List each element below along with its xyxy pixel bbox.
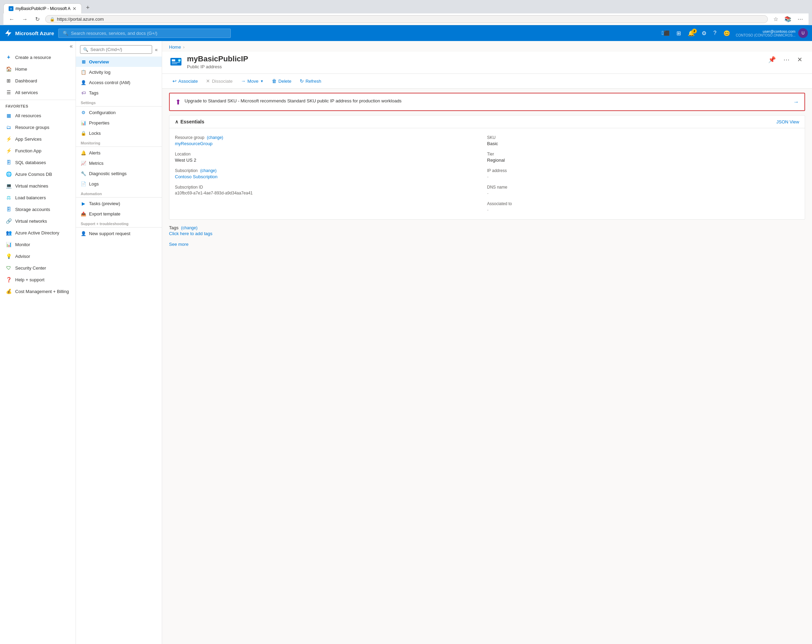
- resource-title-area: myBasicPublicIP Public IP address: [187, 55, 761, 69]
- nav-item-new-support-request[interactable]: 👤 New support request: [76, 228, 162, 239]
- azure-logo-icon: [4, 29, 12, 37]
- dissociate-button[interactable]: ✕ Dissociate: [203, 76, 236, 85]
- browser-more-icon[interactable]: ⋯: [795, 15, 805, 23]
- sidebar-label-home: Home: [15, 67, 27, 72]
- address-bar[interactable]: 🔒 https://portal.azure.com: [45, 15, 768, 23]
- sidebar-item-advisor[interactable]: 💡 Advisor: [0, 250, 76, 262]
- nav-item-diagnostic-settings[interactable]: 🔧 Diagnostic settings: [76, 168, 162, 178]
- favorites-icon[interactable]: ☆: [771, 15, 780, 23]
- nav-item-locks[interactable]: 🔒 Locks: [76, 128, 162, 138]
- alert-banner[interactable]: ⬆ Upgrade to Standard SKU - Microsoft re…: [169, 93, 805, 111]
- sidebar-collapse-button[interactable]: «: [70, 43, 73, 49]
- sidebar-item-virtual-machines[interactable]: 💻 Virtual machines: [0, 180, 76, 192]
- associate-button[interactable]: ↩ Associate: [169, 76, 201, 85]
- settings-divider: [76, 106, 162, 107]
- refresh-button[interactable]: ↻ Refresh: [296, 76, 325, 85]
- sidebar-item-cosmos-db[interactable]: 🌐 Azure Cosmos DB: [0, 168, 76, 180]
- resource-nav-search-container[interactable]: 🔍: [80, 45, 152, 54]
- sidebar-item-security-center[interactable]: 🛡 Security Center: [0, 262, 76, 274]
- sidebar-item-storage-accounts[interactable]: 🗄 Storage accounts: [0, 203, 76, 215]
- breadcrumb-home[interactable]: Home: [169, 44, 181, 50]
- ip-address-value: -: [487, 174, 799, 179]
- nav-item-activity-log[interactable]: 📋 Activity log: [76, 67, 162, 77]
- sidebar-item-function-app[interactable]: ⚡ Function App: [0, 145, 76, 157]
- sidebar-label-all-resources: All resources: [15, 113, 41, 118]
- sidebar-item-app-services[interactable]: ⚡ App Services: [0, 133, 76, 145]
- close-button[interactable]: ✕: [794, 55, 805, 65]
- tags-add-link[interactable]: Click here to add tags: [169, 231, 805, 236]
- see-more-link[interactable]: See more: [169, 242, 805, 247]
- settings-button[interactable]: ⚙: [699, 28, 709, 39]
- pin-button[interactable]: 📌: [765, 55, 778, 65]
- subscription-id-value: a10fbc69-a7e1-4ae7-893d-a9d34aa7ea41: [175, 191, 487, 195]
- collections-icon[interactable]: 📚: [782, 15, 794, 23]
- azure-header: Microsoft Azure 🔍 Search resources, serv…: [0, 25, 812, 41]
- sidebar-item-monitor[interactable]: 📊 Monitor: [0, 239, 76, 250]
- resource-nav: 🔍 « ⊞ Overview 📋 Activity log 👤 Access c…: [76, 41, 162, 644]
- delete-button[interactable]: 🗑 Delete: [269, 76, 295, 85]
- sidebar-item-dashboard[interactable]: ⊞ Dashboard: [0, 75, 76, 87]
- nav-item-access-control[interactable]: 👤 Access control (IAM): [76, 77, 162, 88]
- all-resources-icon: ▦: [6, 113, 12, 119]
- sidebar-item-home[interactable]: 🏠 Home: [0, 63, 76, 75]
- nav-item-alerts[interactable]: 🔔 Alerts: [76, 148, 162, 158]
- nav-item-properties[interactable]: 📊 Properties: [76, 117, 162, 128]
- sidebar-item-sql-databases[interactable]: 🗄 SQL databases: [0, 157, 76, 168]
- sidebar-item-create-resource[interactable]: + Create a resource: [0, 51, 76, 63]
- tab-close-button[interactable]: ✕: [72, 6, 76, 11]
- new-tab-button[interactable]: +: [82, 2, 93, 14]
- resource-nav-search-input[interactable]: [90, 47, 149, 52]
- json-view-link[interactable]: JSON View: [777, 119, 799, 125]
- cloud-shell-button[interactable]:  ⬛: [659, 28, 672, 38]
- resource-nav-collapse-button[interactable]: «: [155, 47, 158, 52]
- monitoring-separator: Monitoring: [76, 138, 162, 146]
- nav-item-tasks-preview[interactable]: ▶ Tasks (preview): [76, 198, 162, 209]
- nav-item-logs[interactable]: 📄 Logs: [76, 178, 162, 189]
- virtual-machines-icon: 💻: [6, 183, 12, 189]
- sidebar-item-cost-management[interactable]: 💰 Cost Management + Billing: [0, 285, 76, 297]
- sidebar-item-resource-groups[interactable]: 🗂 Resource groups: [0, 121, 76, 133]
- back-button[interactable]: ←: [7, 15, 17, 23]
- help-button[interactable]: ?: [711, 28, 719, 38]
- nav-item-configuration[interactable]: ⚙ Configuration: [76, 107, 162, 117]
- feedback-button[interactable]: 😊: [720, 28, 733, 39]
- sidebar-item-all-resources[interactable]: ▦ All resources: [0, 110, 76, 121]
- resource-group-value[interactable]: myResourceGroup: [175, 141, 487, 146]
- notifications-button[interactable]: 🔔 2: [685, 28, 698, 39]
- ip-address-label: IP address: [487, 168, 799, 173]
- nav-item-tags[interactable]: 🏷 Tags: [76, 88, 162, 98]
- nav-item-metrics[interactable]: 📈 Metrics: [76, 158, 162, 168]
- more-options-button[interactable]: ⋯: [781, 55, 792, 65]
- refresh-button[interactable]: ↻: [33, 15, 42, 23]
- resource-header-actions: 📌 ⋯ ✕: [765, 55, 805, 65]
- subscription-change-link[interactable]: (change): [200, 168, 216, 173]
- sidebar-item-help-support[interactable]: ❓ Help + support: [0, 274, 76, 285]
- sidebar-label-load-balancers: Load balancers: [15, 195, 46, 200]
- dashboard-icon: ⊞: [6, 78, 12, 84]
- sidebar-item-all-services[interactable]: ☰ All services: [0, 87, 76, 98]
- azure-search-bar[interactable]: 🔍 Search resources, services, and docs (…: [58, 29, 231, 38]
- content-area: 🔍 « ⊞ Overview 📋 Activity log 👤 Access c…: [76, 41, 812, 644]
- resource-group-change-link[interactable]: (change): [207, 135, 223, 140]
- nav-item-export-template[interactable]: 📤 Export template: [76, 209, 162, 219]
- forward-button[interactable]: →: [20, 15, 30, 23]
- azure-ad-icon: 👥: [6, 230, 12, 236]
- nav-item-overview[interactable]: ⊞ Overview: [76, 56, 162, 67]
- sidebar-label-help-support: Help + support: [15, 277, 44, 282]
- alert-text: Upgrade to Standard SKU - Microsoft reco…: [185, 97, 790, 105]
- dns-name-label: DNS name: [487, 185, 799, 190]
- sidebar-item-virtual-networks[interactable]: 🔗 Virtual networks: [0, 215, 76, 227]
- user-info[interactable]: user@contoso.com CONTOSO (CONTOSO.ONMICR…: [736, 28, 808, 38]
- sidebar-item-load-balancers[interactable]: ⚖ Load balancers: [0, 192, 76, 203]
- move-button[interactable]: → Move ▼: [237, 76, 267, 85]
- essentials-subscription: Subscription (change) Contoso Subscripti…: [175, 166, 487, 182]
- subscription-value[interactable]: Contoso Subscription: [175, 174, 487, 179]
- svg-rect-2: [172, 62, 180, 63]
- directory-button[interactable]: ⊞: [674, 28, 684, 39]
- sidebar-item-azure-active-directory[interactable]: 👥 Azure Active Directory: [0, 227, 76, 239]
- automation-divider: [76, 197, 162, 198]
- tags-change-link[interactable]: (change): [181, 225, 197, 230]
- delete-icon: 🗑: [272, 78, 277, 84]
- sidebar-divider-1: [0, 100, 76, 100]
- security-center-icon: 🛡: [6, 265, 12, 271]
